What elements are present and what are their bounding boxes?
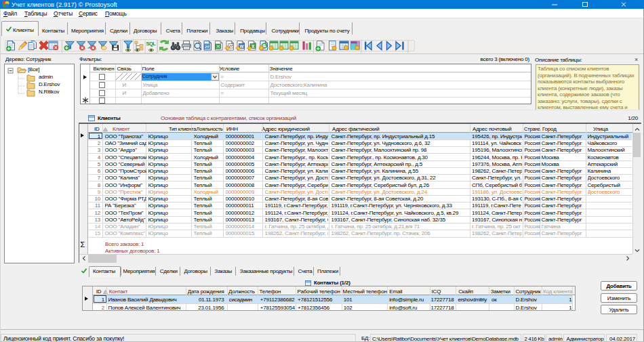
svg-text:SQL: SQL (146, 41, 157, 47)
